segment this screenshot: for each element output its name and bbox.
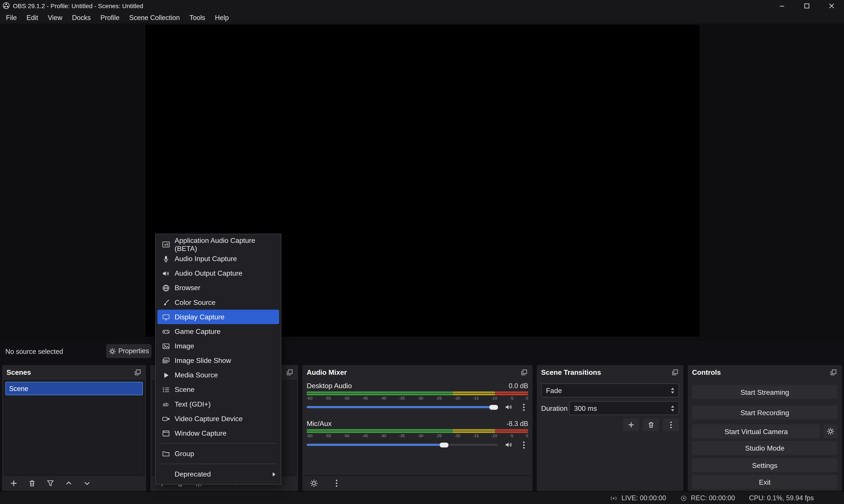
start-streaming-button[interactable]: Start Streaming [692, 385, 838, 399]
duration-value: 300 ms [574, 404, 597, 412]
live-time: LIVE: 00:00:00 [622, 494, 666, 502]
menu-tools[interactable]: Tools [185, 11, 210, 23]
submenu-arrow-icon [273, 472, 275, 476]
menu-item-video-capture-device[interactable]: Video Capture Device [156, 412, 281, 426]
transition-select[interactable]: Fade [541, 383, 679, 397]
app-audio-capture-icon [161, 240, 170, 248]
duration-label: Duration [541, 401, 568, 415]
minimize-button[interactable] [770, 0, 794, 11]
scene-transitions-header: Scene Transitions [537, 365, 683, 379]
camera-icon [161, 414, 170, 423]
popout-icon[interactable] [829, 368, 838, 376]
mute-speaker-icon[interactable] [505, 440, 513, 449]
channel-name: Mic/Aux [307, 419, 331, 428]
meter-tick: 0 [526, 433, 528, 439]
window-title: OBS 29.1.2 - Profile: Untitled - Scenes:… [13, 2, 143, 9]
start-virtual-camera-button[interactable]: Start Virtual Camera [692, 424, 820, 438]
start-recording-button[interactable]: Start Recording [692, 406, 838, 419]
menu-item-image[interactable]: Image [156, 339, 281, 353]
cpu-fps-stats: CPU: 0.1%, 59.94 fps [749, 494, 814, 502]
spinner-arrows-icon[interactable] [671, 388, 674, 393]
settings-button[interactable]: Settings [692, 458, 838, 472]
menu-edit[interactable]: Edit [21, 11, 43, 23]
menu-item-audio-output-capture[interactable]: Audio Output Capture [156, 266, 281, 281]
meter-tick: -40 [380, 433, 387, 439]
mute-speaker-icon[interactable] [505, 403, 513, 411]
menu-item-media-source[interactable]: Media Source [156, 368, 281, 382]
add-scene-button[interactable] [8, 478, 18, 488]
popout-icon[interactable] [134, 368, 142, 376]
volume-slider[interactable] [307, 406, 498, 408]
popout-icon[interactable] [286, 368, 294, 376]
menu-item-display-capture[interactable]: Display Capture [157, 310, 279, 324]
menu-item-audio-input-capture[interactable]: Audio Input Capture [156, 251, 281, 266]
add-source-context-menu: Application Audio Capture (BETA) Audio I… [155, 234, 282, 485]
transition-options-kebab-icon[interactable] [663, 418, 679, 431]
channel-options-kebab-icon[interactable] [520, 403, 528, 411]
scene-list-item[interactable]: Scene [5, 382, 143, 395]
advanced-audio-gear-icon[interactable] [309, 478, 319, 488]
audio-mixer-dock: Audio Mixer Desktop Audio 0.0 dB -60 -55… [302, 365, 533, 491]
popout-icon[interactable] [520, 368, 528, 376]
menu-item-group[interactable]: Group [156, 446, 281, 461]
studio-mode-button[interactable]: Studio Mode [692, 441, 838, 455]
meter-scale: -60 -55 -50 -45 -40 -35 -30 -25 -20 -15 … [307, 433, 528, 439]
close-button[interactable] [819, 0, 844, 11]
mixer-options-kebab-icon[interactable] [331, 478, 341, 488]
controls-dock: Controls Start Streaming Start Recording… [688, 365, 842, 491]
menu-docks[interactable]: Docks [67, 11, 95, 23]
obs-window: OBS 29.1.2 - Profile: Untitled - Scenes:… [0, 0, 844, 504]
exit-button[interactable]: Exit [692, 475, 838, 489]
meter-tick: -25 [436, 433, 442, 439]
monitor-icon [161, 312, 170, 321]
menu-file[interactable]: File [1, 11, 22, 23]
menu-item-window-capture[interactable]: Window Capture [156, 426, 281, 440]
text-icon: ab [161, 400, 170, 408]
add-transition-button[interactable] [623, 418, 639, 431]
source-toolbar: No source selected Properties [0, 342, 844, 361]
volume-slider-handle[interactable] [439, 443, 448, 447]
channel-options-kebab-icon[interactable] [520, 440, 528, 449]
menu-item-game-capture[interactable]: Game Capture [156, 324, 281, 339]
volume-slider-handle[interactable] [489, 404, 498, 410]
menu-item-text-gdi[interactable]: ab Text (GDI+) [156, 397, 281, 412]
menu-profile[interactable]: Profile [96, 11, 124, 23]
menu-item-application-audio-capture[interactable]: Application Audio Capture (BETA) [156, 237, 281, 251]
volume-meter [307, 392, 528, 395]
menu-item-scene[interactable]: Scene [156, 382, 281, 397]
meter-tick: -15 [473, 396, 479, 401]
menu-item-deprecated[interactable]: Deprecated [156, 467, 281, 481]
scene-item-label: Scene [9, 385, 29, 392]
menu-scene-collection[interactable]: Scene Collection [124, 11, 185, 23]
meter-tick: -35 [399, 433, 405, 439]
properties-button[interactable]: Properties [106, 344, 151, 358]
scenes-dock: Scenes Scene [2, 365, 146, 491]
menu-item-image-slide-show[interactable]: Image Slide Show [156, 353, 281, 368]
rec-time: REC: 00:00:00 [691, 494, 735, 502]
remove-scene-button[interactable] [27, 478, 37, 488]
menu-item-browser[interactable]: Browser [156, 281, 281, 295]
channel-level-db: 0.0 dB [509, 382, 528, 390]
scene-filters-button[interactable] [45, 478, 55, 488]
meter-tick: -50 [344, 433, 349, 439]
menu-view[interactable]: View [43, 11, 67, 23]
meter-bar-right [307, 431, 528, 433]
spinner-arrows-icon[interactable] [671, 405, 674, 411]
duration-spinbox[interactable]: 300 ms [569, 401, 679, 415]
menu-separator [161, 443, 276, 444]
scene-move-up-button[interactable] [64, 478, 73, 488]
paintbrush-icon [161, 298, 170, 307]
menu-separator [161, 464, 276, 464]
menu-item-color-source[interactable]: Color Source [156, 295, 281, 309]
transition-value: Fade [546, 386, 562, 395]
popout-icon[interactable] [671, 368, 679, 376]
remove-transition-button[interactable] [643, 418, 659, 431]
virtual-camera-config-gear-icon[interactable] [824, 424, 838, 438]
scene-move-down-button[interactable] [82, 478, 92, 488]
volume-slider[interactable] [307, 444, 498, 446]
meter-bar-left [307, 429, 528, 431]
maximize-button[interactable] [794, 0, 820, 11]
empty-icon-slot [161, 470, 170, 478]
window-icon [161, 429, 170, 437]
menu-help[interactable]: Help [210, 11, 233, 23]
